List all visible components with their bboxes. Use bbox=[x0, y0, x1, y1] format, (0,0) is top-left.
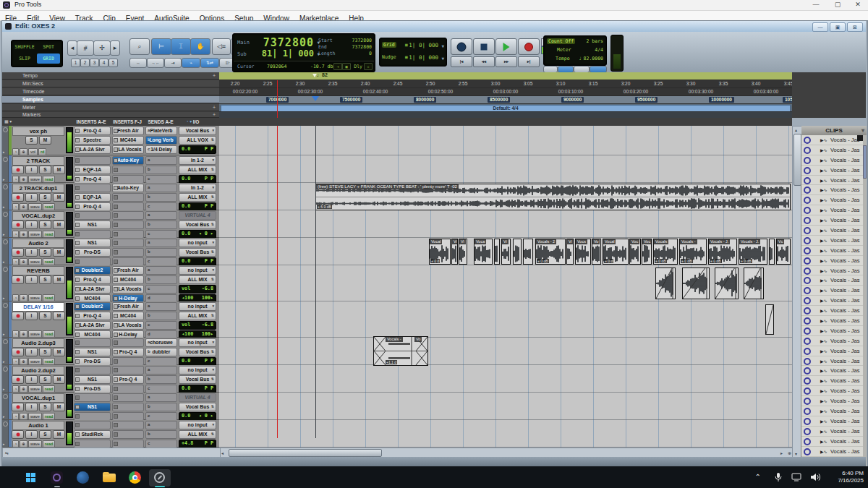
automation-mode-selector[interactable]: read bbox=[43, 258, 56, 265]
zoom-out-button[interactable]: ◂ bbox=[67, 40, 77, 56]
io-out-selector[interactable]: ALL MIX⇅ bbox=[179, 430, 216, 439]
clip-list-item[interactable]: ▶∿Vocals - Jas bbox=[801, 356, 864, 367]
insert-clavocals[interactable]: CLA Vocals bbox=[112, 145, 144, 154]
mode-spot[interactable]: SPOT bbox=[37, 42, 60, 52]
zoom-track-button[interactable]: ✢ bbox=[93, 40, 111, 56]
track-row-delay116[interactable]: ▸DELAY 1/16ISM◔⊕wavereadDoubler2Pro-Q 4L… bbox=[2, 301, 219, 338]
record-enable-button[interactable] bbox=[12, 193, 24, 202]
io-in-selector[interactable]: no input▾ bbox=[179, 338, 216, 347]
automation-icon[interactable]: ◔ bbox=[12, 440, 19, 448]
taskbar-clock[interactable]: 6:40 PM 7/16/2025 bbox=[838, 466, 864, 488]
clip-list-item[interactable]: ▶∿Vocals - Jas bbox=[801, 215, 864, 226]
post-roll-icon[interactable]: ▫ bbox=[364, 63, 373, 70]
vocal-clip[interactable]: Vc bbox=[776, 239, 791, 265]
input-monitor-button[interactable]: I bbox=[25, 221, 38, 229]
send-empty-b[interactable]: b bbox=[145, 403, 177, 411]
track-view-selector[interactable]: wave bbox=[28, 231, 42, 238]
elastic-icon[interactable]: ⊕ bbox=[20, 148, 27, 155]
mode-slip[interactable]: SLIP bbox=[13, 53, 36, 64]
track-row-voxph[interactable]: ▸vox phSM◔⊕volrdPro-Q 4SpectreLA-2A Slvr… bbox=[2, 126, 219, 155]
mode-grid[interactable]: GRID bbox=[37, 53, 60, 64]
vocal-clip[interactable] bbox=[494, 239, 500, 265]
main-counter-value[interactable]: 7372800 bbox=[263, 36, 314, 49]
meter-label[interactable]: Meter bbox=[557, 47, 571, 53]
playlist-arrow-icon[interactable]: ▸ bbox=[3, 414, 5, 419]
io-in-selector[interactable]: no input▾ bbox=[179, 239, 216, 247]
samples-ruler[interactable]: 7000000750000080000008500000900000095000… bbox=[219, 96, 792, 104]
vocal-clip[interactable]: Vo bbox=[592, 239, 601, 265]
mute-button[interactable]: M bbox=[53, 193, 65, 202]
insert-la2aslvr[interactable]: LA-2A Slvr bbox=[74, 321, 111, 330]
send-empty-b[interactable]: b bbox=[145, 375, 177, 384]
track-row-audio2dup3[interactable]: ▸Audio 2.dup3ISM◔⊕wavereadNS1Pro-DSPro-Q… bbox=[2, 338, 219, 365]
insert-empty[interactable] bbox=[112, 421, 144, 429]
insert-empty[interactable] bbox=[74, 156, 111, 165]
solo-button[interactable]: S bbox=[39, 430, 51, 439]
insert-freshair[interactable]: Fresh Air bbox=[112, 266, 144, 275]
zoom-waveform-button[interactable]: ⧣ bbox=[77, 40, 94, 56]
microphone-icon[interactable] bbox=[774, 466, 783, 488]
scroll-left-icon[interactable]: ◂ bbox=[221, 450, 224, 455]
ruler-label-timecode[interactable]: Timecode bbox=[2, 88, 219, 95]
send-empty-c[interactable]: c bbox=[145, 321, 177, 330]
insert-empty[interactable] bbox=[74, 393, 111, 402]
track-row-audio1[interactable]: ▸Audio 1ISM◔⊕wavereadStudiRckabcno input… bbox=[2, 420, 219, 448]
input-monitor-button[interactable]: I bbox=[25, 275, 38, 284]
track-group-icon[interactable] bbox=[3, 157, 8, 162]
link-track-edit-button[interactable]: ⇅⇄ bbox=[200, 58, 219, 68]
insert-eqp1a[interactable]: EQP-1A bbox=[74, 166, 111, 174]
vocal-clip[interactable]: Vi bbox=[459, 239, 467, 265]
mute-button[interactable]: M bbox=[53, 430, 65, 439]
playlist-arrow-icon[interactable]: ▸ bbox=[3, 332, 5, 336]
clips-menu-icon[interactable]: ▾ bbox=[861, 126, 864, 135]
insert-empty[interactable] bbox=[112, 366, 144, 374]
clip-list-item[interactable]: ▶∿Vocals - Jas bbox=[801, 246, 864, 256]
clips-resize-box[interactable] bbox=[857, 135, 863, 141]
insert-proq4[interactable]: Pro-Q 4 bbox=[112, 348, 144, 356]
automation-icon[interactable]: ◔ bbox=[12, 203, 19, 210]
insert-empty[interactable] bbox=[112, 221, 144, 229]
solo-button[interactable]: S bbox=[39, 403, 51, 411]
send-empty-c[interactable]: c bbox=[145, 440, 177, 448]
record-button[interactable] bbox=[518, 38, 540, 55]
grid-label[interactable]: Grid bbox=[382, 42, 396, 48]
automation-mode-selector[interactable]: read bbox=[43, 358, 56, 365]
meter-default-bar[interactable]: Default: 4/4 bbox=[221, 105, 791, 112]
mute-button[interactable]: M bbox=[39, 136, 51, 145]
record-enable-button[interactable] bbox=[12, 248, 24, 257]
track-group-icon[interactable] bbox=[3, 394, 8, 399]
edit-close-button[interactable]: ⊠ bbox=[847, 22, 863, 32]
ruler-add-icon[interactable]: + bbox=[213, 112, 216, 118]
track-group-icon[interactable] bbox=[3, 367, 8, 372]
clip-list-item[interactable]: ▶∿Vocals - Jas bbox=[801, 386, 864, 396]
automation-mode-selector[interactable]: rd bbox=[38, 148, 47, 155]
ruler-label-tempo[interactable]: Tempo+ bbox=[2, 72, 219, 80]
vocal-clip[interactable]: Vocals+ 0 dB bbox=[653, 239, 678, 265]
send-choruswe[interactable]: achoruswe bbox=[145, 338, 177, 347]
insert-eqp1a[interactable]: EQP-1A bbox=[74, 193, 111, 202]
insert-doubler2[interactable]: Doubler2 bbox=[74, 266, 111, 275]
vocal-clip[interactable]: Vocs bbox=[575, 239, 591, 265]
insert-proq4[interactable]: Pro-Q 4 bbox=[74, 312, 111, 320]
io-out-selector[interactable]: ALL MIX⇅ bbox=[179, 312, 216, 320]
track-name[interactable]: VOCAL.dup1 bbox=[12, 393, 64, 403]
fade-clip[interactable] bbox=[682, 267, 710, 299]
clip-list-item[interactable]: ▶∿Vocals - Jas bbox=[801, 185, 864, 195]
metronome-icon[interactable]: ▦ bbox=[342, 63, 351, 70]
insert-empty[interactable] bbox=[112, 403, 144, 411]
record-enable-button[interactable] bbox=[12, 275, 24, 284]
zoom-preset-4[interactable]: 4 bbox=[99, 59, 109, 67]
browser-sphere-icon[interactable] bbox=[72, 469, 94, 487]
minsec-ruler[interactable]: 2:202:252:302:352:402:452:502:553:003:05… bbox=[219, 80, 792, 88]
clip-list-item[interactable]: ▶∿Vocals - Jas bbox=[801, 145, 864, 155]
send-empty-a[interactable]: a bbox=[145, 211, 177, 220]
record-enable-button[interactable] bbox=[12, 430, 24, 439]
nudge-dropdown-icon[interactable]: ▼ bbox=[441, 56, 444, 61]
io-out-selector[interactable]: Vocal Bus⇅ bbox=[179, 248, 216, 257]
track-row-reverb[interactable]: ▸REVERBISM◔⊕wavereadDoubler2Pro-Q 4LA-2A… bbox=[2, 265, 219, 301]
mute-button[interactable]: M bbox=[53, 248, 65, 257]
automation-mode-selector[interactable]: read bbox=[43, 440, 56, 448]
track-group-icon[interactable] bbox=[3, 127, 8, 132]
automation-mode-selector[interactable]: read bbox=[43, 413, 56, 420]
horizontal-scrollbar[interactable]: ◂ ▸ ⊕ bbox=[219, 448, 793, 458]
